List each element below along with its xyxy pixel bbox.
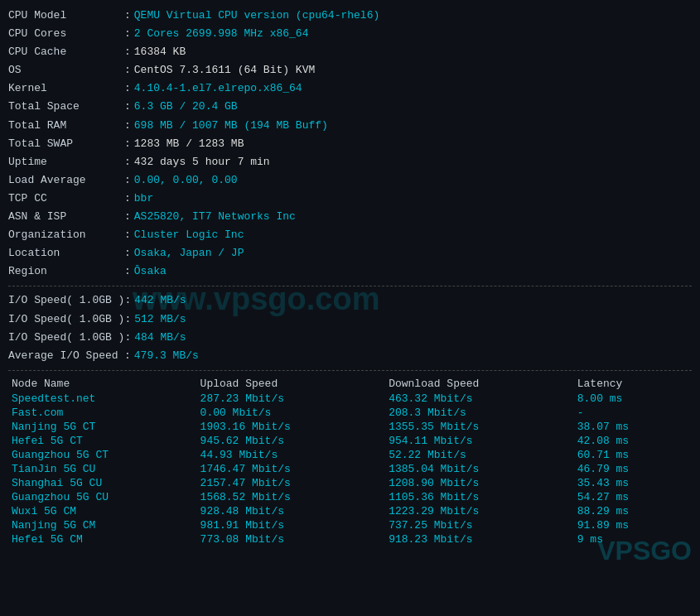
io-speed-1-row: I/O Speed( 1.0GB ) : 442 MB/s [8,291,692,310]
network-download-speed: 954.11 Mbit/s [385,434,574,448]
network-upload-speed: 1568.52 Mbit/s [197,490,386,504]
io-speed-section: I/O Speed( 1.0GB ) : 442 MB/s I/O Speed(… [8,291,692,364]
table-row: Guangzhou 5G CT44.93 Mbit/s52.22 Mbit/s6… [8,448,692,462]
location-label: Location [8,244,124,262]
network-latency: 9 ms [574,532,692,546]
table-row: Speedtest.net287.23 Mbit/s463.32 Mbit/s8… [8,392,692,406]
avg-io-speed-row: Average I/O Speed : 479.3 MB/s [8,347,692,365]
table-row: Shanghai 5G CU2157.47 Mbit/s1208.90 Mbit… [8,476,692,490]
io-speed-2-value: 512 MB/s [134,310,186,329]
col-header-upload: Upload Speed [197,376,386,392]
io-speed-3-label: I/O Speed( 1.0GB ) [8,329,124,347]
total-ram-value: 698 MB / 1007 MB (194 MB Buff) [134,117,328,135]
table-row: Guangzhou 5G CU1568.52 Mbit/s1105.36 Mbi… [8,490,692,504]
os-value: CentOS 7.3.1611 (64 Bit) KVM [134,61,315,79]
system-info-section: CPU Model : QEMU Virtual CPU version (cp… [8,7,692,281]
cpu-cache-row: CPU Cache : 16384 KB [8,43,692,61]
network-node-name: Speedtest.net [8,392,197,406]
divider-1 [8,286,692,286]
network-upload-speed: 2157.47 Mbit/s [197,476,386,490]
network-upload-speed: 1746.47 Mbit/s [197,462,386,476]
terminal-container: CPU Model : QEMU Virtual CPU version (cp… [0,0,700,553]
network-node-name: TianJin 5G CU [8,462,197,476]
network-latency: 42.08 ms [574,434,692,448]
location-value: Osaka, Japan / JP [134,244,244,262]
network-node-name: Guangzhou 5G CT [8,448,197,462]
load-average-label: Load Average [8,171,124,190]
total-space-value: 6.3 GB / 20.4 GB [134,98,238,116]
asn-isp-row: ASN & ISP : AS25820, IT7 Networks Inc [8,208,692,226]
network-node-name: Hefei 5G CM [8,532,197,546]
network-upload-speed: 945.62 Mbit/s [197,434,386,448]
tcp-cc-row: TCP CC : bbr [8,190,692,208]
network-download-speed: 1385.04 Mbit/s [385,462,574,476]
io-speed-1-label: I/O Speed( 1.0GB ) [8,291,124,310]
cpu-model-row: CPU Model : QEMU Virtual CPU version (cp… [8,7,692,25]
uptime-row: Uptime : 432 days 5 hour 7 min [8,153,692,171]
col-header-latency: Latency [574,376,692,392]
network-download-speed: 463.32 Mbit/s [385,392,574,406]
avg-io-speed-label: Average I/O Speed [8,347,124,365]
network-speed-section: Node Name Upload Speed Download Speed La… [8,376,692,546]
network-download-speed: 1208.90 Mbit/s [385,476,574,490]
cpu-model-label: CPU Model [8,7,124,25]
network-node-name: Nanjing 5G CM [8,518,197,532]
organization-value: Cluster Logic Inc [134,226,244,244]
organization-row: Organization : Cluster Logic Inc [8,226,692,244]
total-swap-label: Total SWAP [8,135,124,153]
organization-label: Organization [8,226,124,244]
io-speed-3-value: 484 MB/s [134,329,186,347]
network-node-name: Wuxi 5G CM [8,504,197,518]
network-download-speed: 208.3 Mbit/s [385,406,574,420]
network-latency: 60.71 ms [574,448,692,462]
region-row: Region : Ōsaka [8,262,692,281]
table-row: Fast.com0.00 Mbit/s208.3 Mbit/s- [8,406,692,420]
table-row: TianJin 5G CU1746.47 Mbit/s1385.04 Mbit/… [8,462,692,476]
network-node-name: Fast.com [8,406,197,420]
asn-isp-label: ASN & ISP [8,208,124,226]
cpu-cores-label: CPU Cores [8,25,124,43]
network-upload-speed: 773.08 Mbit/s [197,532,386,546]
network-upload-speed: 928.48 Mbit/s [197,504,386,518]
table-row: Wuxi 5G CM928.48 Mbit/s1223.29 Mbit/s88.… [8,504,692,518]
asn-isp-value: AS25820, IT7 Networks Inc [134,208,296,226]
network-node-name: Nanjing 5G CT [8,420,197,434]
network-upload-speed: 287.23 Mbit/s [197,392,386,406]
network-latency: 54.27 ms [574,490,692,504]
cpu-cores-row: CPU Cores : 2 Cores 2699.998 MHz x86_64 [8,25,692,43]
region-value: Ōsaka [134,262,167,281]
kernel-row: Kernel : 4.10.4-1.el7.elrepo.x86_64 [8,79,692,98]
network-latency: 8.00 ms [574,392,692,406]
table-header-row: Node Name Upload Speed Download Speed La… [8,376,692,392]
network-upload-speed: 981.91 Mbit/s [197,518,386,532]
network-node-name: Shanghai 5G CU [8,476,197,490]
network-node-name: Hefei 5G CT [8,434,197,448]
network-upload-speed: 0.00 Mbit/s [197,406,386,420]
os-label: OS [8,61,124,79]
network-download-speed: 1105.36 Mbit/s [385,490,574,504]
network-latency: - [574,406,692,420]
io-speed-3-row: I/O Speed( 1.0GB ) : 484 MB/s [8,329,692,347]
network-latency: 88.29 ms [574,504,692,518]
network-upload-speed: 44.93 Mbit/s [197,448,386,462]
col-header-download: Download Speed [385,376,574,392]
total-swap-value: 1283 MB / 1283 MB [134,135,244,153]
io-speed-2-label: I/O Speed( 1.0GB ) [8,310,124,329]
table-row: Nanjing 5G CM981.91 Mbit/s737.25 Mbit/s9… [8,518,692,532]
divider-2 [8,370,692,371]
region-label: Region [8,262,124,281]
uptime-value: 432 days 5 hour 7 min [134,153,270,171]
total-ram-label: Total RAM [8,117,124,135]
network-node-name: Guangzhou 5G CU [8,490,197,504]
load-average-row: Load Average : 0.00, 0.00, 0.00 [8,171,692,190]
load-average-value: 0.00, 0.00, 0.00 [134,171,238,190]
total-ram-row: Total RAM : 698 MB / 1007 MB (194 MB Buf… [8,117,692,135]
cpu-cores-value: 2 Cores 2699.998 MHz x86_64 [134,25,309,43]
col-header-node: Node Name [8,376,197,392]
tcp-cc-value: bbr [134,190,153,208]
cpu-model-value: QEMU Virtual CPU version (cpu64-rhel6) [134,7,379,25]
network-download-speed: 1223.29 Mbit/s [385,504,574,518]
table-row: Hefei 5G CT945.62 Mbit/s954.11 Mbit/s42.… [8,434,692,448]
network-latency: 91.89 ms [574,518,692,532]
tcp-cc-label: TCP CC [8,190,124,208]
